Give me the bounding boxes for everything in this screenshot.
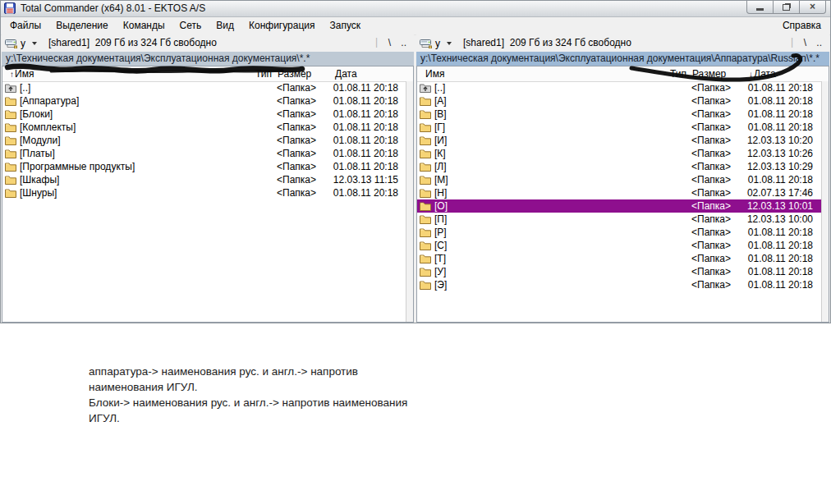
drive-dropdown-icon[interactable] [447, 42, 452, 45]
folder-icon [420, 267, 431, 277]
drive-selector[interactable]: y [5, 36, 37, 50]
file-name: [Модули] [20, 134, 61, 147]
file-name: [В] [434, 108, 447, 121]
file-size: <Папка> [661, 121, 731, 134]
menu-item[interactable]: Выделение [48, 17, 116, 34]
file-date: 01.08.11 20:18 [327, 160, 398, 173]
file-row[interactable]: [Аппаратура]<Папка>01.08.11 20:18 [2, 94, 406, 108]
file-row[interactable]: [..]<Папка>01.08.11 20:18 [417, 81, 822, 94]
file-name: [Программные продукты] [20, 160, 135, 173]
file-date: 01.08.11 20:18 [327, 81, 398, 94]
menu-item[interactable]: Вид [209, 17, 241, 34]
close-button[interactable]: × [799, 1, 826, 14]
left-file-area: ↑Имя Тип Размер Дата [..]<Папка>01.08.11… [2, 66, 414, 323]
file-row[interactable]: [Г]<Папка>01.08.11 20:18 [417, 121, 822, 134]
file-date: 01.08.11 20:18 [327, 121, 398, 134]
file-name: [У] [434, 265, 446, 278]
file-size: <Папка> [661, 252, 731, 265]
file-row[interactable]: [Платы]<Папка>01.08.11 20:18 [2, 147, 406, 160]
menu-item[interactable]: Файлы [2, 17, 48, 34]
file-size: <Папка> [246, 160, 316, 173]
drive-free-space: [shared1] 209 Гб из 324 Гб свободно [48, 37, 217, 48]
menu-item[interactable]: Команды [116, 17, 172, 34]
file-row[interactable]: [Н]<Папка>02.07.13 17:46 [417, 186, 822, 199]
left-path-bar[interactable]: y:\Техническая документация\Эксплуатацио… [2, 52, 414, 66]
file-row[interactable]: [..]<Папка>01.08.11 20:18 [2, 81, 406, 94]
parent-dir-button[interactable]: .. [401, 37, 406, 48]
file-row[interactable]: [Шкафы]<Папка>12.03.13 11:15 [2, 173, 406, 186]
file-list[interactable]: [..]<Папка>01.08.11 20:18[А]<Папка>01.08… [417, 81, 822, 322]
file-row[interactable]: [О]<Папка>12.03.13 10:01 [417, 199, 822, 213]
minimize-button[interactable] [746, 1, 774, 14]
file-date: 01.08.11 20:18 [327, 108, 398, 121]
folder-icon [420, 280, 431, 290]
column-header-date[interactable]: Дата [334, 66, 357, 82]
column-header-type[interactable]: Тип [255, 66, 272, 81]
file-date: 01.08.11 20:18 [327, 134, 398, 147]
file-name: [Л] [434, 160, 447, 173]
file-row[interactable]: [Шнуры]<Папка>01.08.11 20:18 [2, 186, 406, 199]
file-row[interactable]: [А]<Папка>01.08.11 20:18 [417, 94, 822, 108]
maximize-button[interactable] [773, 1, 800, 14]
file-date: 01.08.11 20:18 [741, 252, 813, 265]
file-row[interactable]: [Л]<Папка>12.03.13 10:29 [417, 160, 822, 173]
file-name: [Шкафы] [20, 173, 59, 186]
right-drive-bar: y [shared1] 209 Гб из 324 Гб свободно | … [416, 34, 829, 52]
column-header-name[interactable]: ↑Имя [10, 66, 34, 82]
right-panel: y [shared1] 209 Гб из 324 Гб свободно | … [416, 34, 829, 323]
drive-selector[interactable]: y [420, 36, 452, 50]
root-dir-button[interactable]: \ [804, 37, 806, 48]
left-panel: y [shared1] 209 Гб из 324 Гб свободно | … [2, 34, 414, 323]
drive-dropdown-icon[interactable] [32, 42, 37, 45]
file-row[interactable]: [У]<Папка>01.08.11 20:18 [417, 265, 822, 278]
file-size: <Папка> [246, 186, 316, 199]
vertical-scrollbar[interactable] [406, 81, 413, 322]
column-header-size[interactable]: Размер [692, 66, 726, 81]
file-row[interactable]: [П]<Папка>12.03.13 10:00 [417, 213, 822, 226]
column-label: Дата [335, 68, 357, 80]
file-row[interactable]: [М]<Папка>01.08.11 20:18 [417, 173, 822, 186]
file-row[interactable]: [Р]<Папка>01.08.11 20:18 [417, 226, 822, 239]
file-list[interactable]: [..]<Папка>01.08.11 20:18[Аппаратура]<Па… [2, 81, 406, 322]
sort-asc-icon: ↑ [10, 70, 14, 79]
file-size: <Папка> [246, 147, 316, 160]
file-row[interactable]: [И]<Папка>12.03.13 10:20 [417, 134, 822, 147]
file-name: [Р] [434, 226, 447, 239]
column-header-date[interactable]: ↓Дата [749, 66, 776, 82]
total-commander-window: Total Commander (x64) 8.01 - EKTOS A/S ×… [0, 0, 831, 323]
file-row[interactable]: [К]<Папка>12.03.13 10:26 [417, 147, 822, 160]
column-header-type[interactable]: Тип [670, 66, 686, 81]
column-header-size[interactable]: Размер [278, 66, 311, 81]
column-header-name[interactable]: Имя [425, 66, 444, 82]
file-row[interactable]: [Т]<Папка>01.08.11 20:18 [417, 252, 822, 265]
file-size: <Папка> [661, 134, 731, 147]
file-row[interactable]: [Комплекты]<Папка>01.08.11 20:18 [2, 121, 406, 134]
file-row[interactable]: [В]<Папка>01.08.11 20:18 [417, 108, 822, 121]
menu-item[interactable]: Запуск [323, 17, 369, 34]
right-file-area: Имя Тип Размер ↓Дата [..]<Папка>01.08.11… [416, 66, 829, 323]
file-size: <Папка> [246, 108, 316, 121]
file-date: 12.03.13 10:01 [741, 199, 813, 213]
file-date: 12.03.13 11:15 [327, 173, 398, 186]
folder-icon [420, 214, 431, 224]
file-row[interactable]: [Программные продукты]<Папка>01.08.11 20… [2, 160, 406, 173]
file-row[interactable]: [С]<Папка>01.08.11 20:18 [417, 239, 822, 252]
folder-icon [420, 227, 431, 237]
parent-dir-button[interactable]: .. [816, 37, 822, 48]
file-row[interactable]: [Модули]<Папка>01.08.11 20:18 [2, 134, 406, 147]
file-name: [Шнуры] [20, 186, 57, 199]
menu-item-help[interactable]: Справка [779, 17, 824, 34]
file-name: [П] [434, 213, 447, 226]
menu-item[interactable]: Конфигурация [241, 17, 323, 34]
root-dir-button[interactable]: \ [388, 37, 391, 48]
folder-icon [420, 96, 431, 106]
file-row[interactable]: [Блоки]<Папка>01.08.11 20:18 [2, 108, 406, 121]
vertical-scrollbar[interactable] [821, 81, 829, 322]
folder-icon [420, 109, 431, 119]
file-size: <Папка> [661, 278, 731, 291]
file-row[interactable]: [Э]<Папка>01.08.11 20:18 [417, 278, 822, 291]
file-name: [К] [434, 147, 446, 160]
file-name: [Г] [434, 121, 445, 134]
menu-item[interactable]: Сеть [172, 17, 209, 34]
right-path-bar[interactable]: y:\Техническая документация\Эксплуатацио… [416, 52, 829, 66]
